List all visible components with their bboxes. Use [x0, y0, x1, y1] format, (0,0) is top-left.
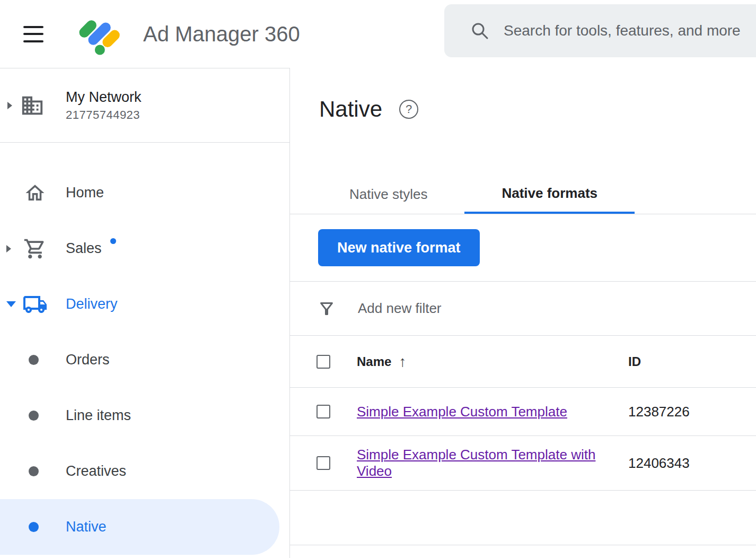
- row-checkbox[interactable]: [317, 456, 330, 470]
- hamburger-menu-icon[interactable]: [23, 26, 43, 42]
- search-bar[interactable]: [444, 4, 756, 57]
- ad-manager-logo[interactable]: [76, 13, 123, 55]
- select-all-checkbox[interactable]: [317, 355, 330, 369]
- building-icon: [20, 93, 45, 118]
- chevron-right-icon[interactable]: [6, 245, 11, 252]
- truck-icon: [22, 292, 48, 317]
- native-format-id: 12406343: [628, 455, 756, 472]
- chevron-down-icon[interactable]: [6, 301, 16, 307]
- table-empty-area: [290, 491, 756, 545]
- row-checkbox[interactable]: [317, 405, 330, 419]
- network-id: 21775744923: [66, 108, 142, 122]
- chevron-right-icon[interactable]: [7, 102, 12, 109]
- sidebar-item-label: Sales: [66, 240, 102, 257]
- help-icon[interactable]: ?: [399, 100, 418, 119]
- notification-dot: [110, 238, 116, 244]
- add-filter-label[interactable]: Add new filter: [358, 300, 442, 317]
- sidebar-item-home[interactable]: Home: [0, 165, 289, 221]
- page-title: Native: [319, 97, 382, 122]
- sidebar-item-line-items[interactable]: Line items: [0, 388, 289, 443]
- column-header-id: ID: [628, 354, 756, 369]
- ad-manager-logo-icon: [76, 13, 123, 55]
- tab-native-formats[interactable]: Native formats: [464, 175, 635, 214]
- search-icon[interactable]: [470, 21, 490, 41]
- network-name: My Network: [66, 89, 142, 106]
- bullet-icon: [29, 522, 39, 532]
- page-title-row: Native ?: [319, 97, 756, 122]
- sidebar-item-label: Line items: [66, 407, 131, 424]
- network-info: My Network 21775744923: [66, 89, 142, 122]
- native-format-link[interactable]: Simple Example Custom Template with Vide…: [357, 447, 595, 479]
- sidebar-item-creatives[interactable]: Creatives: [0, 443, 289, 499]
- main-content: Native ? Native styles Native formats Ne…: [290, 68, 756, 558]
- table-row: Simple Example Custom Template 12387226: [290, 388, 756, 436]
- sidebar-item-label: Home: [66, 185, 104, 201]
- native-format-id: 12387226: [628, 404, 756, 420]
- filter-funnel-icon: [317, 299, 336, 318]
- app-title: Ad Manager 360: [143, 22, 300, 46]
- shopping-cart-icon: [22, 237, 48, 260]
- sidebar-item-label: Delivery: [66, 296, 118, 312]
- bullet-icon: [29, 355, 39, 365]
- column-header-name[interactable]: Name ↑: [357, 353, 628, 370]
- table-header-row: Name ↑ ID: [290, 336, 756, 388]
- filter-bar[interactable]: Add new filter: [290, 281, 756, 336]
- column-name-label: Name: [357, 354, 391, 369]
- search-input[interactable]: [504, 22, 756, 39]
- sidebar-item-label: Creatives: [66, 463, 126, 479]
- native-format-link[interactable]: Simple Example Custom Template: [357, 404, 567, 420]
- sort-ascending-icon[interactable]: ↑: [399, 353, 406, 370]
- bullet-icon: [29, 466, 39, 476]
- table-row: Simple Example Custom Template with Vide…: [290, 436, 756, 491]
- network-selector[interactable]: My Network 21775744923: [0, 68, 289, 143]
- sidebar-item-label: Native: [66, 519, 107, 535]
- tab-native-styles[interactable]: Native styles: [312, 175, 464, 214]
- tab-bar: Native styles Native formats: [290, 175, 756, 214]
- top-app-bar: Ad Manager 360: [0, 0, 756, 68]
- sidebar-item-native[interactable]: Native: [0, 499, 279, 555]
- sidebar-item-delivery[interactable]: Delivery: [0, 276, 289, 332]
- home-icon: [22, 182, 48, 204]
- sidebar-item-sales[interactable]: Sales: [0, 221, 289, 276]
- sidebar-item-orders[interactable]: Orders: [0, 332, 289, 388]
- bullet-icon: [29, 411, 39, 421]
- sidebar-item-label: Orders: [66, 352, 110, 368]
- sidebar: My Network 21775744923 Home Sales: [0, 68, 290, 558]
- sidebar-nav: Home Sales Delivery Orders: [0, 143, 289, 555]
- new-native-format-button[interactable]: New native format: [318, 229, 480, 266]
